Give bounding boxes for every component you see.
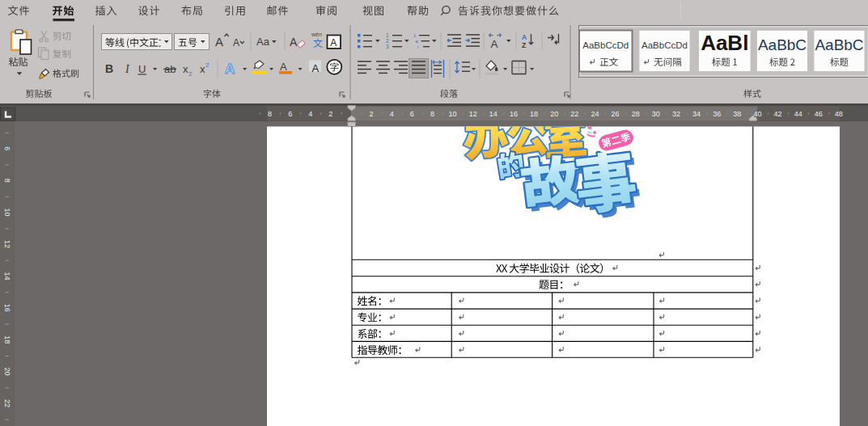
svg-text:14: 14 <box>3 272 11 280</box>
svg-text:36: 36 <box>713 110 721 118</box>
svg-text:18: 18 <box>530 110 538 118</box>
svg-text:AaBbCcDd: AaBbCcDd <box>582 40 629 50</box>
svg-text:18: 18 <box>3 335 11 344</box>
svg-text:20: 20 <box>550 110 558 118</box>
svg-text:i: i <box>417 44 418 49</box>
svg-text:U: U <box>138 63 146 75</box>
svg-text:10: 10 <box>449 110 457 118</box>
svg-text:38: 38 <box>733 110 741 118</box>
svg-text:22: 22 <box>570 110 578 118</box>
svg-text:A: A <box>491 38 498 50</box>
svg-text:4: 4 <box>308 110 312 118</box>
svg-text:32: 32 <box>672 110 680 118</box>
svg-text:8: 8 <box>3 179 11 183</box>
svg-text:6: 6 <box>288 110 292 118</box>
svg-text:2: 2 <box>386 38 389 44</box>
svg-text:3: 3 <box>386 44 389 49</box>
svg-text:28: 28 <box>632 110 640 118</box>
svg-text:6: 6 <box>410 110 414 118</box>
svg-text:A: A <box>522 33 527 41</box>
svg-text:x: x <box>183 63 188 75</box>
svg-text:Z: Z <box>522 41 526 49</box>
svg-text:B: B <box>105 62 113 75</box>
svg-text:42: 42 <box>774 110 782 118</box>
svg-text:A: A <box>312 62 320 74</box>
svg-text:AaBl: AaBl <box>701 31 748 55</box>
svg-text:14: 14 <box>489 110 498 118</box>
svg-text:48: 48 <box>835 110 843 118</box>
svg-text:AaBbC: AaBbC <box>758 36 807 53</box>
svg-text:24: 24 <box>591 110 599 118</box>
svg-text:30: 30 <box>652 110 660 118</box>
svg-text:A: A <box>280 61 287 73</box>
svg-text:Aa: Aa <box>256 36 270 48</box>
svg-text:2: 2 <box>328 110 332 118</box>
svg-text:2: 2 <box>370 110 374 118</box>
svg-text:6: 6 <box>3 146 11 150</box>
svg-text:8: 8 <box>430 110 434 118</box>
svg-text:2: 2 <box>188 70 193 78</box>
svg-text:16: 16 <box>510 110 518 118</box>
svg-text:16: 16 <box>3 304 11 312</box>
svg-text:AaBbC: AaBbC <box>815 36 863 53</box>
svg-text:A: A <box>215 35 223 49</box>
svg-text:34: 34 <box>692 110 701 118</box>
svg-text:1: 1 <box>386 32 389 38</box>
svg-text:A: A <box>233 37 239 49</box>
svg-text:44: 44 <box>794 110 802 118</box>
svg-text:x: x <box>200 63 205 75</box>
svg-text:4: 4 <box>390 110 394 118</box>
svg-text:12: 12 <box>3 240 11 248</box>
svg-text:AaBbCcDd: AaBbCcDd <box>641 40 688 50</box>
svg-text:A: A <box>330 37 337 49</box>
svg-text:22: 22 <box>3 399 11 407</box>
svg-text:2: 2 <box>205 61 210 69</box>
svg-text:8: 8 <box>268 110 272 118</box>
svg-text:wén: wén <box>311 32 322 37</box>
svg-text:12: 12 <box>469 110 477 118</box>
svg-text:26: 26 <box>612 110 620 118</box>
svg-text:10: 10 <box>3 209 11 217</box>
svg-text:A: A <box>290 36 298 49</box>
svg-text:46: 46 <box>815 110 823 118</box>
svg-text:A: A <box>225 61 235 77</box>
svg-text:20: 20 <box>3 368 11 376</box>
